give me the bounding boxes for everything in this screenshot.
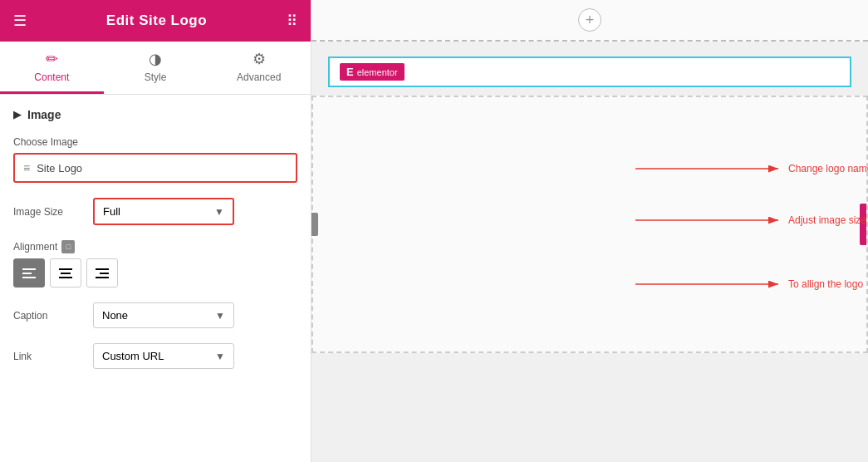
gear-icon: ⚙: [253, 50, 266, 68]
tab-style-label: Style: [145, 71, 167, 83]
align-right-button[interactable]: [86, 258, 118, 288]
svg-rect-7: [100, 273, 109, 274]
canvas-content: E elementor ‹: [311, 42, 868, 462]
caption-arrow-icon: ▼: [215, 310, 225, 322]
link-label: Link: [13, 351, 80, 362]
align-center-icon: [59, 268, 72, 278]
svg-rect-0: [22, 268, 36, 270]
alignment-buttons: [13, 258, 297, 288]
svg-rect-8: [96, 277, 109, 278]
svg-rect-1: [22, 273, 32, 274]
hamburger-icon[interactable]: ☰: [13, 12, 27, 30]
svg-rect-5: [59, 277, 72, 278]
tabs-row: ✏ Content ◑ Style ⚙ Advanced: [0, 42, 311, 95]
grid-icon[interactable]: ⠿: [287, 12, 297, 30]
elementor-bar: E elementor: [328, 57, 851, 87]
elementor-logo[interactable]: E elementor: [340, 63, 405, 81]
caption-row: Caption None ▼: [13, 302, 297, 328]
responsive-icon: □: [61, 240, 75, 253]
caption-label: Caption: [13, 310, 80, 322]
elementor-section: E elementor: [320, 57, 868, 87]
elementor-e-icon: E: [346, 66, 354, 78]
site-logo-stack-icon: ≡: [23, 161, 30, 174]
elementor-label: elementor: [357, 67, 398, 77]
alignment-row: Alignment □: [13, 240, 297, 288]
pencil-icon: ✏: [46, 50, 58, 68]
canvas-dashed-box: ‹: [311, 96, 868, 353]
left-panel: ☰ Edit Site Logo ⠿ ✏ Content ◑ Style ⚙ A…: [0, 0, 311, 462]
image-size-select[interactable]: Full ▼: [93, 198, 234, 225]
circle-half-icon: ◑: [149, 50, 162, 68]
right-edge-handle[interactable]: [860, 204, 866, 245]
site-logo-input[interactable]: ≡ Site Logo: [13, 153, 297, 183]
svg-rect-3: [59, 268, 72, 270]
link-row: Link Custom URL ▼: [13, 343, 297, 369]
caption-value: None: [102, 309, 128, 322]
align-left-icon: [22, 268, 36, 278]
section-title: Image: [27, 108, 61, 121]
caption-select[interactable]: None ▼: [93, 302, 234, 328]
link-value: Custom URL: [102, 350, 164, 362]
tab-content[interactable]: ✏ Content: [0, 42, 104, 94]
tab-advanced[interactable]: ⚙ Advanced: [207, 42, 311, 94]
align-center-button[interactable]: [50, 258, 81, 288]
collapse-handle[interactable]: ‹: [311, 213, 318, 236]
alignment-label: Alignment: [13, 241, 57, 253]
right-panel: + E elementor ‹: [311, 0, 868, 462]
align-left-button[interactable]: [13, 258, 45, 288]
svg-rect-4: [61, 273, 71, 274]
svg-rect-2: [22, 277, 36, 278]
dropdown-arrow-icon: ▼: [214, 206, 224, 218]
section-image-header: ▶ Image: [13, 108, 297, 121]
svg-rect-6: [96, 268, 109, 270]
tab-advanced-label: Advanced: [237, 71, 281, 83]
panel-content: ▶ Image Choose Image ≡ Site Logo Image S…: [0, 95, 311, 462]
panel-title: Edit Site Logo: [106, 12, 207, 29]
image-size-label: Image Size: [13, 206, 80, 218]
section-arrow-icon: ▶: [13, 109, 21, 120]
alignment-label-row: Alignment □: [13, 240, 297, 253]
tab-content-label: Content: [34, 71, 69, 83]
canvas-top-bar: +: [311, 0, 868, 42]
add-section-button[interactable]: +: [578, 8, 601, 32]
image-size-row: Image Size Full ▼: [13, 198, 297, 225]
link-select[interactable]: Custom URL ▼: [93, 343, 234, 369]
panel-header: ☰ Edit Site Logo ⠿: [0, 0, 311, 42]
choose-image-row: Choose Image ≡ Site Logo: [13, 136, 297, 183]
choose-image-label: Choose Image: [13, 136, 297, 148]
link-arrow-icon: ▼: [215, 351, 225, 362]
tab-style[interactable]: ◑ Style: [104, 42, 208, 94]
align-right-icon: [96, 268, 109, 278]
site-logo-text: Site Logo: [37, 162, 82, 174]
image-size-value: Full: [103, 205, 120, 218]
